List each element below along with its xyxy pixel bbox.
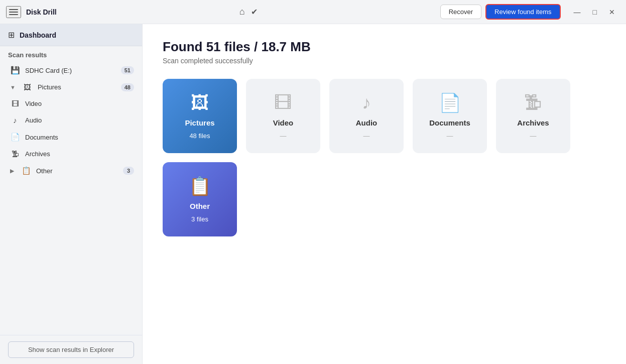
chevron-down-icon: ▼	[10, 84, 16, 90]
sidebar-bottom: Show scan results in Explorer	[0, 335, 142, 364]
close-button[interactable]: ✕	[604, 5, 620, 19]
device-label: SDHC Card (E:)	[25, 67, 116, 74]
documents-icon: 📄	[10, 133, 20, 142]
page-title: Found 51 files / 18.7 MB	[163, 39, 606, 55]
sidebar-item-video[interactable]: 🎞 Video	[0, 95, 142, 112]
content-area: Found 51 files / 18.7 MB Scan completed …	[143, 24, 626, 364]
audio-icon: ♪	[10, 116, 20, 125]
window-controls: — □ ✕	[569, 5, 620, 19]
other-label: Other	[36, 167, 118, 175]
file-card-other[interactable]: 📋 Other 3 files	[163, 162, 237, 236]
archives-card-label: Archives	[517, 118, 549, 127]
file-card-video[interactable]: 🎞 Video —	[246, 79, 320, 153]
title-bar-left: Disk Drill	[6, 6, 57, 18]
sidebar-item-dashboard[interactable]: ⊞ Dashboard	[0, 24, 142, 46]
review-found-items-button[interactable]: Review found items	[485, 4, 560, 20]
audio-card-icon: ♪	[362, 92, 371, 113]
pictures-card-label: Pictures	[185, 118, 214, 127]
video-card-count: —	[280, 132, 287, 140]
file-card-archives[interactable]: 🗜 Archives —	[496, 79, 570, 153]
file-card-audio[interactable]: ♪ Audio —	[329, 79, 404, 153]
sidebar: ⊞ Dashboard Scan results 💾 SDHC Card (E:…	[0, 24, 143, 364]
archives-card-icon: 🗜	[524, 92, 542, 113]
device-icon: 💾	[10, 66, 20, 75]
app-title: Disk Drill	[26, 8, 57, 16]
sidebar-item-device[interactable]: 💾 SDHC Card (E:) 51	[0, 62, 142, 79]
title-bar-right: Recover Review found items — □ ✕	[440, 4, 620, 20]
title-bar-center: ⌂ ✔	[239, 7, 258, 17]
archives-card-count: —	[530, 132, 537, 140]
video-card-icon: 🎞	[274, 92, 292, 113]
file-type-cards-row: 🖼 Pictures 48 files 🎞 Video — ♪ Audio — …	[163, 79, 606, 236]
pictures-card-count: 48 files	[189, 132, 210, 140]
file-card-pictures[interactable]: 🖼 Pictures 48 files	[163, 79, 237, 153]
video-label: Video	[25, 100, 134, 107]
main-layout: ⊞ Dashboard Scan results 💾 SDHC Card (E:…	[0, 24, 626, 364]
hamburger-menu[interactable]	[6, 6, 21, 18]
maximize-button[interactable]: □	[588, 5, 602, 19]
sidebar-item-pictures[interactable]: ▼ 🖼 Pictures 48	[0, 79, 142, 95]
recover-button[interactable]: Recover	[440, 5, 481, 19]
documents-label: Documents	[25, 134, 134, 141]
dashboard-icon: ⊞	[8, 30, 15, 40]
documents-card-label: Documents	[429, 118, 470, 127]
sidebar-item-other[interactable]: ▶ 📋 Other 3	[0, 162, 142, 179]
pictures-label: Pictures	[38, 83, 116, 91]
audio-card-count: —	[363, 132, 370, 140]
scan-results-section-label: Scan results	[0, 46, 142, 62]
archives-icon: 🗜	[10, 150, 20, 158]
sidebar-item-archives[interactable]: 🗜 Archives	[0, 146, 142, 162]
show-scan-results-explorer-button[interactable]: Show scan results in Explorer	[8, 341, 134, 358]
archives-label: Archives	[25, 150, 134, 158]
chevron-right-icon: ▶	[10, 168, 14, 174]
audio-label: Audio	[25, 116, 134, 124]
video-card-label: Video	[273, 118, 294, 127]
audio-card-label: Audio	[356, 118, 378, 127]
pictures-card-icon: 🖼	[191, 92, 209, 113]
check-icon: ✔	[251, 7, 258, 17]
other-card-icon: 📋	[189, 176, 211, 197]
device-count-badge: 51	[121, 66, 134, 74]
home-button[interactable]: ⌂	[239, 7, 245, 17]
other-count-badge: 3	[123, 167, 134, 175]
dashboard-label: Dashboard	[20, 31, 56, 39]
other-card-count: 3 files	[191, 215, 208, 223]
scan-status-text: Scan completed successfully	[163, 57, 606, 65]
home-icon: ⌂	[239, 7, 245, 17]
pictures-icon: 🖼	[23, 83, 33, 91]
sidebar-item-documents[interactable]: 📄 Documents	[0, 129, 142, 146]
file-card-documents[interactable]: 📄 Documents —	[413, 79, 487, 153]
documents-card-icon: 📄	[439, 92, 461, 113]
pictures-count-badge: 48	[121, 83, 134, 91]
minimize-button[interactable]: —	[569, 5, 586, 19]
other-card-label: Other	[190, 202, 210, 210]
documents-card-count: —	[447, 132, 453, 140]
other-icon: 📋	[21, 166, 31, 175]
sidebar-item-audio[interactable]: ♪ Audio	[0, 112, 142, 129]
video-icon: 🎞	[10, 99, 20, 108]
title-bar: Disk Drill ⌂ ✔ Recover Review found item…	[0, 0, 626, 24]
